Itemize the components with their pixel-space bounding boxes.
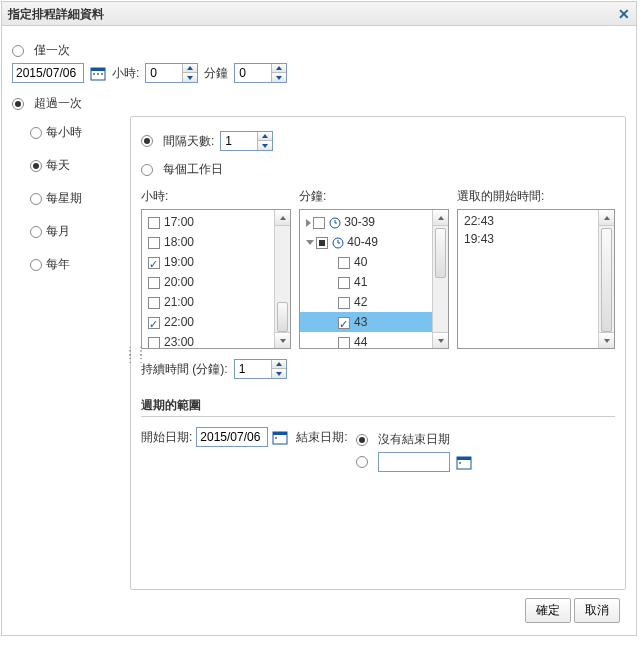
end-date-label: 結束日期: bbox=[296, 430, 347, 444]
recurrence-type-list: 每小時 每天 每星期 每月 每年 bbox=[12, 116, 112, 289]
minute-check[interactable] bbox=[338, 297, 350, 309]
hour-check[interactable] bbox=[148, 257, 160, 269]
spinner-up-icon[interactable] bbox=[272, 64, 286, 73]
no-end-date-radio[interactable] bbox=[356, 434, 368, 446]
hourly-radio[interactable] bbox=[30, 127, 42, 139]
scroll-thumb[interactable] bbox=[601, 228, 612, 332]
hour-listbox[interactable]: 17:00 18:00 19:00 20:00 21:00 22:00 23:0… bbox=[141, 209, 291, 349]
scroll-thumb[interactable] bbox=[435, 228, 446, 278]
time-columns: 小時: 17:00 18:00 19:00 20:00 21:00 22:00 … bbox=[141, 188, 615, 349]
scroll-up-icon[interactable] bbox=[599, 210, 614, 226]
spinner-down-icon[interactable] bbox=[272, 369, 286, 378]
end-date-input[interactable] bbox=[378, 452, 450, 472]
footer: 確定 取消 bbox=[12, 590, 626, 627]
expand-icon[interactable] bbox=[306, 219, 311, 227]
duration-label: 持續時間 (分鐘): bbox=[141, 361, 228, 378]
scroll-down-icon[interactable] bbox=[599, 332, 614, 348]
calendar-icon[interactable] bbox=[90, 65, 106, 81]
once-date-input[interactable] bbox=[12, 63, 84, 83]
clock-icon bbox=[332, 237, 344, 249]
specific-end-date-radio[interactable] bbox=[356, 456, 368, 468]
detail-panel: ⋮⋮⋮⋮⋮⋮ 間隔天數: 每個工作日 小時: bbox=[130, 116, 626, 590]
scroll-down-icon[interactable] bbox=[275, 332, 290, 348]
once-minute-input[interactable] bbox=[235, 64, 271, 82]
dialog-body: 僅一次 小時: 分鐘 超過一次 每小時 每天 bbox=[2, 26, 636, 635]
cancel-button[interactable]: 取消 bbox=[574, 598, 620, 623]
start-date-input[interactable] bbox=[196, 427, 268, 447]
spinner-down-icon[interactable] bbox=[272, 73, 286, 82]
hour-item: 17:00 bbox=[164, 215, 194, 229]
hour-item: 22:00 bbox=[164, 315, 194, 329]
resize-grip-icon[interactable]: ⋮⋮⋮⋮⋮⋮ bbox=[125, 349, 147, 361]
once-hour-spinner[interactable] bbox=[145, 63, 198, 83]
hour-check[interactable] bbox=[148, 297, 160, 309]
calendar-icon[interactable] bbox=[456, 454, 472, 470]
yearly-label: 每年 bbox=[46, 257, 70, 271]
hour-item: 20:00 bbox=[164, 275, 194, 289]
weekly-radio[interactable] bbox=[30, 193, 42, 205]
interval-days-radio[interactable] bbox=[141, 135, 153, 147]
workday-row: 每個工作日 bbox=[141, 161, 615, 178]
once-radio[interactable] bbox=[12, 45, 24, 57]
selected-time-item[interactable]: 22:43 bbox=[458, 212, 614, 230]
once-row: 僅一次 bbox=[12, 42, 626, 59]
interval-days-spinner[interactable] bbox=[220, 131, 273, 151]
minute-group-check[interactable] bbox=[313, 217, 325, 229]
interval-days-input[interactable] bbox=[221, 132, 257, 150]
minute-check[interactable] bbox=[338, 337, 350, 349]
svg-rect-8 bbox=[273, 432, 287, 435]
more-than-once-radio[interactable] bbox=[12, 98, 24, 110]
hour-item: 23:00 bbox=[164, 335, 194, 349]
ok-button[interactable]: 確定 bbox=[525, 598, 571, 623]
interval-days-row: 間隔天數: bbox=[141, 131, 615, 151]
monthly-radio[interactable] bbox=[30, 226, 42, 238]
collapse-icon[interactable] bbox=[306, 240, 314, 245]
selected-times-listbox[interactable]: 22:43 19:43 bbox=[457, 209, 615, 349]
scroll-thumb[interactable] bbox=[277, 302, 288, 332]
hour-check[interactable] bbox=[148, 277, 160, 289]
daily-radio[interactable] bbox=[30, 160, 42, 172]
start-date-label: 開始日期: bbox=[141, 429, 192, 446]
selected-time-item[interactable]: 19:43 bbox=[458, 230, 614, 248]
calendar-icon[interactable] bbox=[272, 429, 288, 445]
once-minute-spinner[interactable] bbox=[234, 63, 287, 83]
titlebar: 指定排程詳細資料 ✕ bbox=[2, 2, 636, 26]
duration-spinner[interactable] bbox=[234, 359, 287, 379]
scrollbar[interactable] bbox=[598, 210, 614, 348]
spinner-down-icon[interactable] bbox=[258, 141, 272, 150]
hour-item: 21:00 bbox=[164, 295, 194, 309]
minute-item: 42 bbox=[354, 295, 367, 309]
yearly-radio[interactable] bbox=[30, 259, 42, 271]
scroll-down-icon[interactable] bbox=[433, 332, 448, 348]
once-label: 僅一次 bbox=[34, 42, 70, 59]
once-hour-input[interactable] bbox=[146, 64, 182, 82]
spinner-up-icon[interactable] bbox=[272, 360, 286, 369]
duration-input[interactable] bbox=[235, 360, 271, 378]
weekly-label: 每星期 bbox=[46, 191, 82, 205]
spinner-up-icon[interactable] bbox=[258, 132, 272, 141]
minute-item: 44 bbox=[354, 335, 367, 349]
hour-label: 小時: bbox=[112, 65, 139, 82]
svg-rect-11 bbox=[457, 457, 471, 460]
hour-check[interactable] bbox=[148, 237, 160, 249]
scrollbar[interactable] bbox=[432, 210, 448, 348]
workday-radio[interactable] bbox=[141, 164, 153, 176]
scroll-up-icon[interactable] bbox=[433, 210, 448, 226]
minute-item: 40 bbox=[354, 255, 367, 269]
hour-check[interactable] bbox=[148, 337, 160, 349]
hour-check[interactable] bbox=[148, 217, 160, 229]
minute-item: 41 bbox=[354, 275, 367, 289]
scroll-up-icon[interactable] bbox=[275, 210, 290, 226]
minute-listbox[interactable]: 30-39 40-49 40 41 42 43 44 bbox=[299, 209, 449, 349]
spinner-down-icon[interactable] bbox=[183, 73, 197, 82]
minute-group-check[interactable] bbox=[316, 237, 328, 249]
spinner-up-icon[interactable] bbox=[183, 64, 197, 73]
minute-check[interactable] bbox=[338, 317, 350, 329]
close-icon[interactable]: ✕ bbox=[618, 2, 630, 26]
hour-check[interactable] bbox=[148, 317, 160, 329]
more-than-once-label: 超過一次 bbox=[34, 95, 82, 112]
svg-rect-12 bbox=[459, 462, 461, 464]
minute-check[interactable] bbox=[338, 257, 350, 269]
minute-check[interactable] bbox=[338, 277, 350, 289]
scrollbar[interactable] bbox=[274, 210, 290, 348]
